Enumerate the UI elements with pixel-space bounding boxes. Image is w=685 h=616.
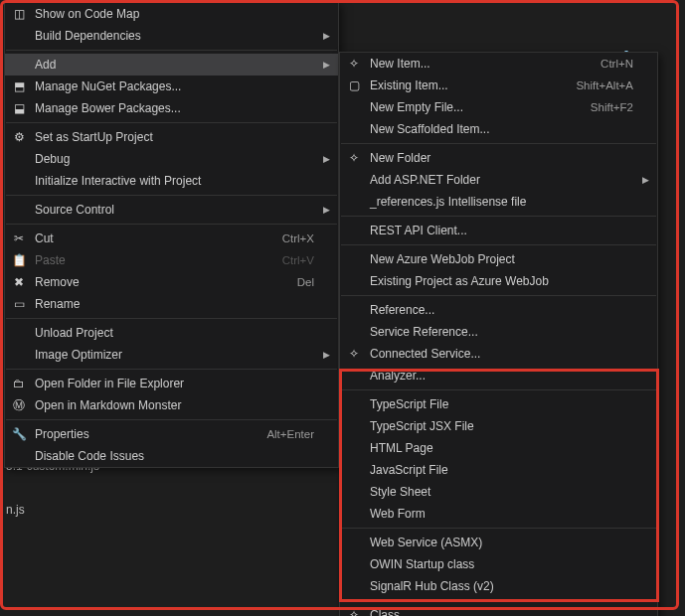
menu-item-label: Service Reference... (370, 325, 633, 339)
menu-item-style-sheet[interactable]: Style Sheet (340, 481, 657, 503)
menu-item-analyzer[interactable]: Analyzer... (340, 365, 657, 386)
chevron-right-icon: ▶ (323, 31, 330, 41)
menu-item-class[interactable]: ✧Class... (340, 604, 657, 616)
menu-item-label: TypeScript File (370, 397, 633, 411)
menu-item-javascript-file[interactable]: JavaScript File (340, 459, 657, 481)
menu-item-debug[interactable]: Debug▶ (5, 148, 338, 170)
menu-item-label: TypeScript JSX File (370, 419, 633, 433)
menu-item-label: HTML Page (370, 441, 633, 455)
separator (6, 318, 337, 319)
chevron-right-icon: ▶ (323, 154, 330, 164)
menu-item-rename[interactable]: ▭Rename (5, 293, 338, 315)
separator (6, 369, 337, 370)
menu-item-html-page[interactable]: HTML Page (340, 437, 657, 459)
menu-item-label: Analyzer... (370, 369, 633, 383)
menu-item-new-item[interactable]: ✧New Item...Ctrl+N (340, 53, 657, 75)
class-icon: ✧ (346, 607, 362, 616)
menu-item-manage-bower-packages[interactable]: ⬓Manage Bower Packages... (5, 97, 338, 119)
paste-icon: 📋 (11, 252, 27, 268)
context-menu[interactable]: ◫Show on Code MapBuild Dependencies▶Add▶… (4, 2, 339, 468)
add-submenu[interactable]: ✧New Item...Ctrl+N▢Existing Item...Shift… (339, 52, 658, 616)
newitem-icon: ✧ (346, 56, 362, 72)
menu-item-label: Debug (35, 152, 314, 166)
menu-item-disable-code-issues[interactable]: Disable Code Issues (5, 445, 338, 467)
menu-item-reference[interactable]: Reference... (340, 299, 657, 321)
menu-item-label: Set as StartUp Project (35, 130, 314, 144)
rename-icon: ▭ (11, 296, 27, 312)
menu-item-remove[interactable]: ✖RemoveDel (5, 271, 338, 293)
menu-item-initialize-interactive-with-project[interactable]: Initialize Interactive with Project (5, 170, 338, 192)
existitem-icon: ▢ (346, 77, 362, 93)
bower-icon: ⬓ (11, 100, 27, 116)
menu-item-shortcut: Alt+Enter (266, 428, 314, 440)
menu-item-label: Reference... (370, 303, 633, 317)
chevron-right-icon: ▶ (323, 60, 330, 70)
menu-item-shortcut: Shift+Alt+A (576, 79, 633, 91)
menu-item-label: New Azure WebJob Project (370, 252, 633, 266)
menu-item-label: Properties (35, 427, 266, 441)
menu-item-open-in-markdown-monster[interactable]: ⓂOpen in Markdown Monster (5, 394, 338, 416)
wrench-icon: 🔧 (11, 426, 27, 442)
menu-item-label: REST API Client... (370, 224, 633, 237)
map-icon: ◫ (11, 6, 27, 22)
menu-item-set-as-startup-project[interactable]: ⚙Set as StartUp Project (5, 126, 338, 148)
menu-item-label: _references.js Intellisense file (370, 195, 633, 209)
newfolder-icon: ✧ (346, 150, 362, 166)
menu-item-build-dependencies[interactable]: Build Dependencies▶ (5, 25, 338, 47)
menu-item-existing-item[interactable]: ▢Existing Item...Shift+Alt+A (340, 75, 657, 96)
menu-item-properties[interactable]: 🔧PropertiesAlt+Enter (5, 423, 338, 445)
menu-item-typescript-file[interactable]: TypeScript File (340, 393, 657, 415)
menu-item-label: Cut (35, 231, 282, 245)
menu-item-signalr-hub-class-v2[interactable]: SignalR Hub Class (v2) (340, 575, 657, 597)
menu-item-label: New Empty File... (370, 100, 591, 114)
menu-item-rest-api-client[interactable]: REST API Client... (340, 220, 657, 241)
menu-item-label: Initialize Interactive with Project (35, 174, 314, 188)
nuget-icon: ⬒ (11, 78, 27, 94)
menu-item-unload-project[interactable]: Unload Project (5, 322, 338, 344)
menu-item-label: Build Dependencies (35, 29, 314, 43)
menu-item-label: Show on Code Map (35, 7, 314, 21)
separator (341, 389, 656, 390)
chevron-right-icon: ▶ (323, 205, 330, 215)
menu-item-web-form[interactable]: Web Form (340, 503, 657, 525)
menu-item-label: Image Optimizer (35, 348, 314, 362)
separator (341, 244, 656, 245)
menu-item-shortcut: Ctrl+N (600, 58, 633, 70)
menu-item-existing-project-as-azure-webjob[interactable]: Existing Project as Azure WebJob (340, 270, 657, 292)
menu-item-manage-nuget-packages[interactable]: ⬒Manage NuGet Packages... (5, 76, 338, 97)
menu-item-service-reference[interactable]: Service Reference... (340, 321, 657, 343)
menu-item-typescript-jsx-file[interactable]: TypeScript JSX File (340, 415, 657, 437)
menu-item-web-service-asmx[interactable]: Web Service (ASMX) (340, 532, 657, 553)
separator (6, 122, 337, 123)
menu-item-image-optimizer[interactable]: Image Optimizer▶ (5, 344, 338, 366)
mm-icon: Ⓜ (11, 397, 27, 413)
separator (341, 528, 656, 529)
menu-item-new-azure-webjob-project[interactable]: New Azure WebJob Project (340, 248, 657, 270)
menu-item-shortcut: Shift+F2 (591, 101, 633, 113)
menu-item-label: Open Folder in File Explorer (35, 377, 314, 390)
menu-item-label: Connected Service... (370, 347, 633, 361)
menu-item-label: OWIN Startup class (370, 557, 633, 571)
menu-item-add[interactable]: Add▶ (5, 54, 338, 76)
menu-item-show-on-code-map[interactable]: ◫Show on Code Map (5, 3, 338, 25)
separator (341, 216, 656, 217)
menu-item-shortcut: Ctrl+V (282, 254, 314, 266)
menu-item-add-asp-net-folder[interactable]: Add ASP.NET Folder▶ (340, 169, 657, 191)
menu-item-owin-startup-class[interactable]: OWIN Startup class (340, 553, 657, 575)
chevron-right-icon: ▶ (323, 350, 330, 360)
menu-item-shortcut: Del (297, 276, 314, 288)
menu-item-open-folder-in-file-explorer[interactable]: 🗀Open Folder in File Explorer (5, 373, 338, 394)
menu-item-source-control[interactable]: Source Control▶ (5, 199, 338, 221)
menu-item-new-empty-file[interactable]: New Empty File...Shift+F2 (340, 96, 657, 118)
menu-item-label: Paste (35, 253, 282, 267)
menu-item-new-scaffolded-item[interactable]: New Scaffolded Item... (340, 118, 657, 140)
menu-item-paste: 📋PasteCtrl+V (5, 249, 338, 271)
menu-item-new-folder[interactable]: ✧New Folder (340, 147, 657, 169)
menu-item-label: Style Sheet (370, 485, 633, 499)
menu-item-label: New Item... (370, 57, 600, 71)
separator (341, 600, 656, 601)
cut-icon: ✂ (11, 231, 27, 246)
menu-item-references-js-intellisense-file[interactable]: _references.js Intellisense file (340, 191, 657, 213)
menu-item-cut[interactable]: ✂CutCtrl+X (5, 228, 338, 249)
menu-item-connected-service[interactable]: ✧Connected Service... (340, 343, 657, 365)
